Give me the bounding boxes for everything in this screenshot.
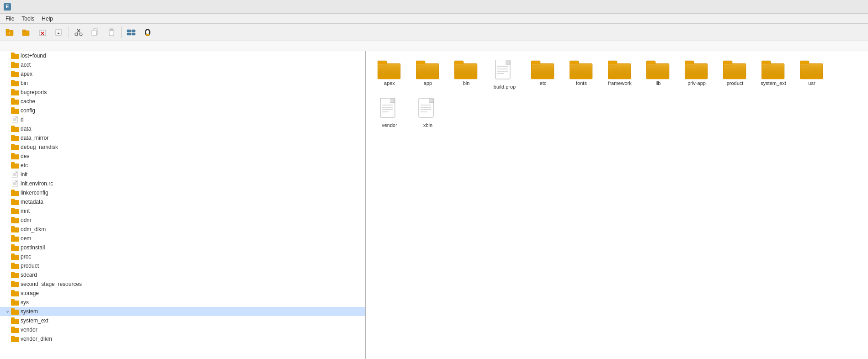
tree-icon-metadata bbox=[11, 198, 19, 206]
tree-item-data-mirror[interactable]: data_mirror bbox=[0, 133, 365, 143]
tree-item-config[interactable]: config bbox=[0, 106, 365, 115]
svg-rect-82 bbox=[11, 272, 15, 274]
tree-item-mnt[interactable]: mnt bbox=[0, 206, 365, 216]
svg-rect-66 bbox=[11, 199, 15, 201]
tree-item-sys[interactable]: sys bbox=[0, 298, 365, 307]
linux-button[interactable] bbox=[140, 25, 155, 40]
folder-icon bbox=[11, 125, 19, 132]
tree-item-odm-dlkm[interactable]: odm_dlkm bbox=[0, 225, 365, 234]
open-icon bbox=[21, 28, 31, 37]
tree-item-system-ext[interactable]: system_ext bbox=[0, 316, 365, 325]
svg-rect-40 bbox=[11, 107, 15, 110]
icon-item-product[interactable]: product bbox=[717, 57, 753, 93]
tree-item-acct[interactable]: acct bbox=[0, 60, 365, 69]
menu-tools[interactable]: Tools bbox=[18, 15, 38, 23]
minimize-button[interactable] bbox=[798, 0, 819, 14]
icon-item-bin[interactable]: bin bbox=[448, 57, 485, 93]
tree-item-bugreports[interactable]: bugreports bbox=[0, 88, 365, 97]
tree-item-bin[interactable]: bin bbox=[0, 79, 365, 88]
main-content: lost+found acct apex bin bugreports cach… bbox=[0, 51, 868, 359]
tree-item-odm[interactable]: odm bbox=[0, 216, 365, 225]
tree-label-init-environ-rc: init.environ.rc bbox=[21, 180, 53, 187]
icon-item-fonts[interactable]: fonts bbox=[563, 57, 600, 93]
tree-item-dev[interactable]: dev bbox=[0, 152, 365, 161]
file-icon-large bbox=[418, 98, 438, 122]
folder-icon bbox=[11, 262, 19, 269]
svg-rect-17 bbox=[110, 29, 113, 31]
tree-item-storage[interactable]: storage bbox=[0, 289, 365, 298]
tree-item-cache[interactable]: cache bbox=[0, 97, 365, 106]
icon-item-priv-app[interactable]: priv-app bbox=[678, 57, 715, 93]
tree-item-init-environ-rc[interactable]: init.environ.rc bbox=[0, 179, 365, 188]
svg-rect-50 bbox=[11, 144, 15, 146]
view-button[interactable] bbox=[123, 25, 139, 40]
tree-label-proc: proc bbox=[21, 253, 31, 260]
tree-toggle-postinstall bbox=[4, 244, 11, 251]
icon-item-app[interactable]: app bbox=[410, 57, 446, 93]
tree-item-second-stage-resources[interactable]: second_stage_resources bbox=[0, 280, 365, 289]
new-button[interactable]: + bbox=[2, 25, 17, 40]
extract-button[interactable] bbox=[51, 25, 67, 40]
paste-button[interactable] bbox=[104, 25, 119, 40]
svg-rect-88 bbox=[11, 299, 15, 301]
tree-item-vendor-dlkm[interactable]: vendor_dlkm bbox=[0, 334, 365, 343]
tree-label-data-mirror: data_mirror bbox=[21, 135, 48, 141]
icon-item-lib[interactable]: lib bbox=[640, 57, 676, 93]
icon-item-system-ext[interactable]: system_ext bbox=[755, 57, 792, 93]
icon-label-app: app bbox=[424, 80, 432, 86]
tree-item-metadata[interactable]: metadata bbox=[0, 197, 365, 206]
tree-label-postinstall: postinstall bbox=[21, 244, 45, 251]
icon-item-apex[interactable]: apex bbox=[371, 57, 408, 93]
folder-icon bbox=[11, 107, 19, 114]
svg-rect-70 bbox=[11, 217, 15, 219]
tree-toggle-product bbox=[4, 262, 11, 269]
tree-item-vendor[interactable]: vendor bbox=[0, 325, 365, 334]
tree-item-proc[interactable]: proc bbox=[0, 252, 365, 261]
icon-item-framework[interactable]: framework bbox=[602, 57, 638, 93]
icon-item-build-prop[interactable]: build.prop bbox=[486, 57, 523, 93]
tree-label-sys: sys bbox=[21, 299, 29, 306]
menu-help[interactable]: Help bbox=[38, 15, 57, 23]
close-button[interactable] bbox=[843, 0, 864, 14]
tree-item-data[interactable]: data bbox=[0, 124, 365, 133]
tree-item-lost-found[interactable]: lost+found bbox=[0, 51, 365, 60]
tree-item-sdcard[interactable]: sdcard bbox=[0, 270, 365, 280]
tree-item-etc[interactable]: etc bbox=[0, 161, 365, 170]
open-button[interactable] bbox=[18, 25, 34, 40]
tree-item-oem[interactable]: oem bbox=[0, 234, 365, 243]
folder-icon bbox=[11, 235, 19, 242]
tree-item-postinstall[interactable]: postinstall bbox=[0, 243, 365, 252]
app-icon: E bbox=[4, 3, 11, 11]
folder-icon bbox=[11, 280, 19, 288]
tree-icon-d bbox=[11, 116, 19, 123]
tree-toggle-bin bbox=[4, 79, 11, 87]
copy-icon bbox=[91, 28, 100, 37]
icon-item-etc[interactable]: etc bbox=[525, 57, 561, 93]
icon-item-xbin[interactable]: xbin bbox=[410, 95, 446, 132]
copy-button[interactable] bbox=[87, 25, 103, 40]
icon-label-priv-app: priv-app bbox=[687, 80, 706, 86]
tree-icon-acct bbox=[11, 61, 19, 69]
svg-rect-94 bbox=[11, 327, 15, 329]
tree-item-system[interactable]: ▿ system bbox=[0, 307, 365, 316]
tree-item-debug-ramdisk[interactable]: debug_ramdisk bbox=[0, 143, 365, 152]
tree-label-vendor-dlkm: vendor_dlkm bbox=[21, 336, 52, 342]
tree-label-system: system bbox=[21, 308, 38, 315]
tree-label-mnt: mnt bbox=[21, 208, 30, 214]
close-img-button[interactable] bbox=[35, 25, 50, 40]
folder-icon bbox=[11, 70, 19, 78]
tree-item-product[interactable]: product bbox=[0, 261, 365, 270]
icon-item-vendor[interactable]: vendor bbox=[371, 95, 408, 132]
menu-file[interactable]: File bbox=[2, 15, 18, 23]
svg-rect-32 bbox=[11, 71, 15, 73]
icon-item-usr[interactable]: usr bbox=[793, 57, 830, 93]
tree-item-linkerconfig[interactable]: linkerconfig bbox=[0, 188, 365, 197]
folder-icon bbox=[11, 226, 19, 233]
folder-icon-large bbox=[761, 60, 785, 80]
maximize-button[interactable] bbox=[820, 0, 841, 14]
tree-item-apex[interactable]: apex bbox=[0, 69, 365, 79]
folder-icon bbox=[11, 89, 19, 96]
cut-button[interactable] bbox=[71, 25, 86, 40]
tree-item-d[interactable]: d bbox=[0, 115, 365, 124]
tree-item-init[interactable]: init bbox=[0, 170, 365, 179]
